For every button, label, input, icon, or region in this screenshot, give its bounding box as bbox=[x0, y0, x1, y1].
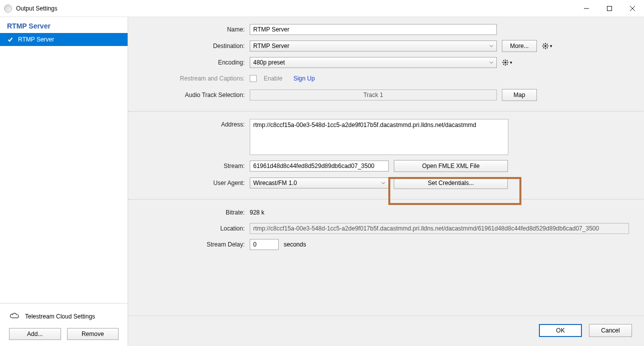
label-address: Address: bbox=[137, 119, 250, 128]
sidebar-item-label: RTMP Server bbox=[18, 36, 54, 43]
svg-line-17 bbox=[507, 60, 508, 62]
label-stream: Stream: bbox=[137, 162, 250, 170]
sidebar-heading: RTMP Server bbox=[0, 17, 128, 33]
sidebar: RTMP Server RTMP Server Telestream Cloud… bbox=[0, 17, 128, 346]
svg-line-15 bbox=[503, 60, 504, 62]
location-readonly: rtmp://c8ccf15a-00e3-548d-1cc5-a2de9f017… bbox=[250, 223, 629, 234]
maximize-button[interactable] bbox=[598, 0, 621, 17]
chevron-down-icon bbox=[489, 59, 493, 66]
seconds-label: seconds bbox=[284, 241, 306, 248]
section-info: Bitrate: 928 k Location: rtmp://c8ccf15a… bbox=[128, 200, 644, 260]
map-button[interactable]: Map bbox=[502, 89, 537, 101]
audio-track-readonly: Track 1 bbox=[250, 90, 497, 100]
content-area: Name: Destination: RTMP Server More... ▾ bbox=[128, 17, 644, 346]
encoding-select[interactable]: 480p preset bbox=[250, 57, 497, 68]
label-destination: Destination: bbox=[137, 42, 250, 50]
name-input[interactable] bbox=[250, 24, 497, 35]
sidebar-item-checkbox[interactable] bbox=[7, 36, 14, 43]
label-bitrate: Bitrate: bbox=[137, 209, 250, 216]
destination-value: RTMP Server bbox=[253, 42, 289, 50]
stream-input[interactable] bbox=[250, 160, 389, 172]
chevron-down-icon bbox=[381, 180, 385, 186]
caret-down-icon: ▾ bbox=[510, 60, 512, 65]
label-stream-delay: Stream Delay: bbox=[137, 241, 250, 248]
svg-line-7 bbox=[547, 48, 548, 48]
ok-button[interactable]: OK bbox=[539, 324, 582, 337]
user-agent-select[interactable]: Wirecast/FM 1.0 bbox=[250, 178, 389, 188]
svg-line-9 bbox=[543, 48, 544, 48]
svg-line-8 bbox=[547, 44, 548, 45]
window-title: Output Settings bbox=[16, 5, 58, 12]
destination-gear-menu[interactable]: ▾ bbox=[542, 42, 552, 50]
remove-button[interactable]: Remove bbox=[67, 328, 119, 340]
bitrate-value: 928 k bbox=[250, 209, 264, 216]
encoding-value: 480p preset bbox=[253, 59, 285, 66]
gear-icon bbox=[502, 59, 509, 66]
open-fmle-button[interactable]: Open FMLE XML File bbox=[394, 160, 508, 172]
telestream-cloud-settings-link[interactable]: Telestream Cloud Settings bbox=[0, 308, 128, 328]
minimize-button[interactable] bbox=[575, 0, 598, 17]
telestream-cloud-settings-label: Telestream Cloud Settings bbox=[25, 313, 95, 320]
chevron-down-icon bbox=[489, 42, 493, 50]
more-button[interactable]: More... bbox=[502, 40, 537, 52]
svg-line-18 bbox=[503, 64, 504, 65]
label-user-agent: User Agent: bbox=[137, 180, 250, 186]
svg-rect-0 bbox=[607, 6, 612, 10]
section-connection: Address: Stream: Open FMLE XML File User… bbox=[128, 112, 644, 199]
svg-point-1 bbox=[544, 45, 546, 47]
app-icon bbox=[4, 4, 12, 12]
add-button[interactable]: Add... bbox=[9, 328, 61, 340]
set-credentials-button[interactable]: Set Credentials... bbox=[394, 177, 508, 189]
label-encoding: Encoding: bbox=[137, 59, 250, 66]
enable-label: Enable bbox=[264, 75, 282, 82]
label-restream: Restream and Captions: bbox=[137, 75, 250, 82]
destination-select[interactable]: RTMP Server bbox=[250, 40, 497, 52]
sidebar-footer: Telestream Cloud Settings Add... Remove bbox=[0, 303, 128, 346]
svg-point-10 bbox=[504, 62, 506, 64]
close-button[interactable] bbox=[621, 0, 644, 17]
cancel-button[interactable]: Cancel bbox=[589, 324, 632, 337]
section-general: Name: Destination: RTMP Server More... ▾ bbox=[128, 17, 644, 111]
label-name: Name: bbox=[137, 26, 250, 33]
svg-line-16 bbox=[507, 64, 508, 65]
label-location: Location: bbox=[137, 225, 250, 232]
enable-checkbox[interactable] bbox=[250, 75, 257, 82]
gear-icon bbox=[542, 42, 549, 50]
svg-line-6 bbox=[543, 44, 544, 45]
sidebar-item-rtmp-server[interactable]: RTMP Server bbox=[0, 33, 128, 46]
titlebar: Output Settings bbox=[0, 0, 644, 17]
dialog-footer: OK Cancel bbox=[128, 316, 644, 346]
signup-link[interactable]: Sign Up bbox=[293, 75, 315, 82]
address-textarea[interactable] bbox=[250, 119, 508, 155]
encoding-gear-menu[interactable]: ▾ bbox=[502, 59, 512, 66]
caret-down-icon: ▾ bbox=[550, 44, 552, 48]
user-agent-value: Wirecast/FM 1.0 bbox=[253, 180, 297, 186]
stream-delay-input[interactable] bbox=[250, 239, 279, 250]
cloud-icon bbox=[9, 312, 20, 321]
label-audio-track: Audio Track Selection: bbox=[137, 92, 250, 98]
